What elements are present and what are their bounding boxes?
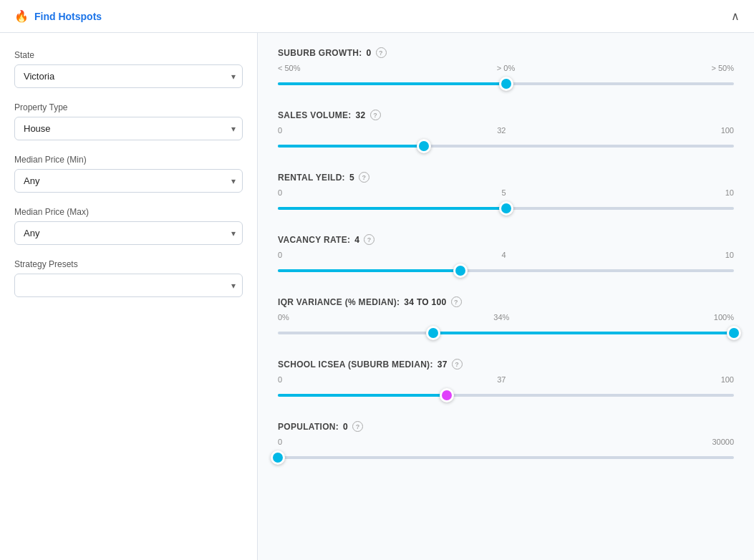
slider-track-population <box>278 456 734 459</box>
slider-thumb-rental-yield[interactable] <box>499 201 513 216</box>
slider-center-label-suburb-growth: > 0% <box>497 64 515 72</box>
slider-min-label-school-icsea: 0 <box>278 375 282 384</box>
slider-track-container-suburb-growth[interactable] <box>278 75 734 92</box>
right-panel: SUBURB GROWTH: 0?< 50%> 0%> 50%SALES VOL… <box>258 33 754 560</box>
slider-labels-sales-volume: 032100 <box>278 126 734 135</box>
slider-thumb-sales-volume[interactable] <box>417 139 431 153</box>
slider-track-iqr-variance <box>278 332 734 334</box>
slider-header-suburb-growth: SUBURB GROWTH: 0? <box>278 47 734 58</box>
slider-track-container-vacancy-rate[interactable] <box>278 262 734 279</box>
strategy-presets-field-group: Strategy Presets Growth Yield Balanced ▾ <box>14 259 243 297</box>
property-type-label: Property Type <box>14 102 243 112</box>
slider-fill-iqr-variance <box>433 332 734 334</box>
slider-labels-suburb-growth: < 50%> 0%> 50% <box>278 64 734 72</box>
strategy-presets-select-wrapper: Growth Yield Balanced ▾ <box>14 274 243 297</box>
help-icon-suburb-growth[interactable]: ? <box>376 47 387 58</box>
slider-section-population: POPULATION: 0?030000 <box>278 421 734 466</box>
header-title-text: Find Hotspots <box>34 11 102 22</box>
slider-center-label-iqr-variance: 34% <box>493 313 509 322</box>
median-price-max-select-wrapper: Any $500,000 $700,000 $1,000,000 $2,000,… <box>14 221 243 245</box>
state-label: State <box>14 50 243 60</box>
slider-header-sales-volume: SALES VOLUME: 32? <box>278 110 734 120</box>
slider-section-sales-volume: SALES VOLUME: 32?032100 <box>278 110 734 155</box>
slider-center-label-rental-yield: 5 <box>501 188 506 197</box>
help-icon-vacancy-rate[interactable]: ? <box>364 234 374 245</box>
median-price-max-field-group: Median Price (Max) Any $500,000 $700,000… <box>14 207 243 245</box>
slider-min-label-rental-yield: 0 <box>278 188 282 197</box>
slider-center-label-sales-volume: 32 <box>497 126 506 135</box>
slider-min-label-iqr-variance: 0% <box>278 313 289 322</box>
slider-value-rental-yield: 5 <box>349 173 354 183</box>
help-icon-school-icsea[interactable]: ? <box>452 359 463 370</box>
slider-value-suburb-growth: 0 <box>367 48 372 58</box>
property-type-select[interactable]: House Unit Apartment Land <box>14 117 243 140</box>
collapse-button[interactable]: ∧ <box>731 9 740 23</box>
median-price-max-select[interactable]: Any $500,000 $700,000 $1,000,000 $2,000,… <box>14 221 243 245</box>
slider-header-rental-yield: RENTAL YEILD: 5? <box>278 172 734 183</box>
slider-min-label-population: 0 <box>278 438 282 446</box>
slider-track-container-sales-volume[interactable] <box>278 137 734 155</box>
slider-min-label-suburb-growth: < 50% <box>278 64 301 72</box>
median-price-min-select[interactable]: Any $300,000 $400,000 $500,000 $600,000 <box>14 169 243 193</box>
help-icon-iqr-variance[interactable]: ? <box>451 296 462 307</box>
strategy-presets-select[interactable]: Growth Yield Balanced <box>14 274 243 297</box>
slider-value-vacancy-rate: 4 <box>354 235 359 245</box>
slider-max-label-iqr-variance: 100% <box>714 313 734 322</box>
state-select-wrapper: Victoria New South Wales Queensland West… <box>14 64 243 88</box>
slider-header-iqr-variance: IQR VARIANCE (% MEDIAN): 34 to 100? <box>278 296 734 307</box>
slider-label-suburb-growth: SUBURB GROWTH: <box>278 48 362 58</box>
slider-track-school-icsea <box>278 394 734 397</box>
slider-max-label-suburb-growth: > 50% <box>711 64 734 72</box>
slider-section-suburb-growth: SUBURB GROWTH: 0?< 50%> 0%> 50% <box>278 47 734 92</box>
slider-thumb-left-iqr-variance[interactable] <box>426 326 440 340</box>
slider-section-iqr-variance: IQR VARIANCE (% MEDIAN): 34 to 100?0%34%… <box>278 296 734 342</box>
slider-track-container-rental-yield[interactable] <box>278 200 734 217</box>
help-icon-population[interactable]: ? <box>352 421 363 432</box>
flame-icon: 🔥 <box>14 9 29 23</box>
slider-header-school-icsea: SCHOOL ICSEA (SUBURB MEDIAN): 37? <box>278 359 734 370</box>
slider-thumb-vacancy-rate[interactable] <box>453 264 468 278</box>
header-title-group: 🔥 Find Hotspots <box>14 9 102 23</box>
slider-track-container-school-icsea[interactable] <box>278 387 734 404</box>
slider-label-sales-volume: SALES VOLUME: <box>278 110 352 120</box>
slider-fill-sales-volume <box>278 145 424 148</box>
slider-min-label-sales-volume: 0 <box>278 126 282 135</box>
slider-label-rental-yield: RENTAL YEILD: <box>278 173 345 183</box>
help-icon-rental-yield[interactable]: ? <box>359 172 369 183</box>
slider-header-population: POPULATION: 0? <box>278 421 734 432</box>
state-field-group: State Victoria New South Wales Queenslan… <box>14 50 243 88</box>
slider-track-vacancy-rate <box>278 269 734 272</box>
slider-value-sales-volume: 32 <box>356 110 366 120</box>
slider-thumb-population[interactable] <box>271 450 285 465</box>
slider-labels-school-icsea: 037100 <box>278 375 734 384</box>
slider-value-iqr-variance: 34 to 100 <box>404 297 446 307</box>
slider-track-container-iqr-variance[interactable] <box>278 324 734 342</box>
slider-track-container-population[interactable] <box>278 449 734 466</box>
property-type-select-wrapper: House Unit Apartment Land ▾ <box>14 117 243 140</box>
slider-max-label-school-icsea: 100 <box>721 375 734 384</box>
slider-fill-suburb-growth <box>278 82 506 85</box>
median-price-min-label: Median Price (Min) <box>14 155 243 165</box>
slider-track-sales-volume <box>278 145 734 148</box>
strategy-presets-label: Strategy Presets <box>14 259 243 269</box>
slider-value-population: 0 <box>343 422 348 432</box>
property-type-field-group: Property Type House Unit Apartment Land … <box>14 102 243 140</box>
slider-label-school-icsea: SCHOOL ICSEA (SUBURB MEDIAN): <box>278 359 433 370</box>
slider-section-rental-yield: RENTAL YEILD: 5?0510 <box>278 172 734 217</box>
slider-center-label-vacancy-rate: 4 <box>501 251 506 259</box>
slider-labels-vacancy-rate: 0410 <box>278 251 734 259</box>
median-price-min-select-wrapper: Any $300,000 $400,000 $500,000 $600,000 … <box>14 169 243 193</box>
slider-max-label-vacancy-rate: 10 <box>725 251 734 259</box>
state-select[interactable]: Victoria New South Wales Queensland West… <box>14 64 243 88</box>
median-price-max-label: Median Price (Max) <box>14 207 243 217</box>
help-icon-sales-volume[interactable]: ? <box>370 110 381 120</box>
slider-fill-vacancy-rate <box>278 269 460 272</box>
slider-header-vacancy-rate: VACANCY RATE: 4? <box>278 234 734 245</box>
slider-max-label-sales-volume: 100 <box>721 126 734 135</box>
slider-thumb-school-icsea[interactable] <box>440 388 454 402</box>
slider-thumb-suburb-growth[interactable] <box>499 77 513 91</box>
slider-section-school-icsea: SCHOOL ICSEA (SUBURB MEDIAN): 37?037100 <box>278 359 734 404</box>
slider-thumb-right-iqr-variance[interactable] <box>727 326 741 340</box>
left-panel: State Victoria New South Wales Queenslan… <box>0 33 258 560</box>
slider-label-population: POPULATION: <box>278 422 339 432</box>
